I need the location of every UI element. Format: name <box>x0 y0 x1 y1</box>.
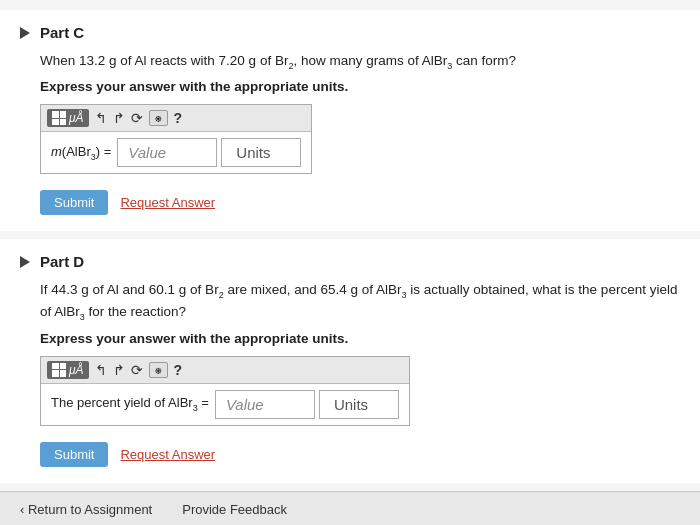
part-d-buttons: Submit Request Answer <box>40 442 680 467</box>
part-c-grid-mu-btn[interactable]: μÅ <box>47 109 89 127</box>
part-c-mu-label: μÅ <box>69 111 84 125</box>
part-d-help-btn[interactable]: ? <box>174 362 183 378</box>
part-d-units-field[interactable]: Units <box>319 390 399 419</box>
provide-feedback-btn[interactable]: Provide Feedback <box>182 502 287 517</box>
grid-icon-d <box>52 363 66 377</box>
part-c-units-field[interactable]: Units <box>221 138 301 167</box>
bottom-bar: ‹ Return to Assignment Provide Feedback <box>0 491 700 525</box>
collapse-triangle-d[interactable] <box>20 256 30 268</box>
part-d-input-area: μÅ ↰ ↱ ⟳ ⎈ ? The percent yield of AlBr3 … <box>40 356 410 426</box>
part-d-grid-mu-btn[interactable]: μÅ <box>47 361 89 379</box>
part-c-toolbar: μÅ ↰ ↱ ⟳ ⎈ ? <box>41 105 311 132</box>
part-c-keyboard-btn[interactable]: ⎈ <box>149 110 168 126</box>
part-c-value-placeholder: Value <box>128 144 166 161</box>
part-c-input-area: μÅ ↰ ↱ ⟳ ⎈ ? m(AlBr3) = Value Units <box>40 104 312 174</box>
collapse-triangle-c[interactable] <box>20 27 30 39</box>
part-c-submit-btn[interactable]: Submit <box>40 190 108 215</box>
part-c-undo-btn[interactable]: ↰ <box>95 110 107 126</box>
part-c-request-answer-btn[interactable]: Request Answer <box>120 195 215 210</box>
part-c-title: Part C <box>40 24 84 41</box>
part-d-question: If 44.3 g of Al and 60.1 g of Br2 are mi… <box>40 280 680 324</box>
part-d-units-placeholder: Units <box>334 396 368 413</box>
part-c-question: When 13.2 g of Al reacts with 7.20 g of … <box>40 51 680 73</box>
part-d-keyboard-btn[interactable]: ⎈ <box>149 362 168 378</box>
part-c-help-btn[interactable]: ? <box>174 110 183 126</box>
part-c-label: m(AlBr3) = <box>51 144 111 162</box>
part-d-redo-btn[interactable]: ↱ <box>113 362 125 378</box>
part-d-header: Part D <box>20 253 680 270</box>
part-c-buttons: Submit Request Answer <box>40 190 680 215</box>
grid-icon <box>52 111 66 125</box>
part-d-value-placeholder: Value <box>226 396 264 413</box>
part-c-value-field[interactable]: Value <box>117 138 217 167</box>
part-c-units-placeholder: Units <box>236 144 270 161</box>
part-c-section: Part C When 13.2 g of Al reacts with 7.2… <box>0 10 700 231</box>
part-d-undo-btn[interactable]: ↰ <box>95 362 107 378</box>
part-d-express: Express your answer with the appropriate… <box>40 331 680 346</box>
return-to-assignment-btn[interactable]: ‹ Return to Assignment <box>20 502 152 517</box>
part-d-refresh-btn[interactable]: ⟳ <box>131 362 143 378</box>
part-c-redo-btn[interactable]: ↱ <box>113 110 125 126</box>
part-d-section: Part D If 44.3 g of Al and 60.1 g of Br2… <box>0 239 700 482</box>
part-c-refresh-btn[interactable]: ⟳ <box>131 110 143 126</box>
part-d-toolbar: μÅ ↰ ↱ ⟳ ⎈ ? <box>41 357 409 384</box>
part-c-input-row: m(AlBr3) = Value Units <box>41 132 311 173</box>
part-c-header: Part C <box>20 24 680 41</box>
part-d-value-field[interactable]: Value <box>215 390 315 419</box>
part-d-request-answer-btn[interactable]: Request Answer <box>120 447 215 462</box>
part-d-label: The percent yield of AlBr3 = <box>51 395 209 413</box>
part-d-mu-label: μÅ <box>69 363 84 377</box>
part-d-submit-btn[interactable]: Submit <box>40 442 108 467</box>
part-c-express: Express your answer with the appropriate… <box>40 79 680 94</box>
part-d-title: Part D <box>40 253 84 270</box>
part-d-input-row: The percent yield of AlBr3 = Value Units <box>41 384 409 425</box>
